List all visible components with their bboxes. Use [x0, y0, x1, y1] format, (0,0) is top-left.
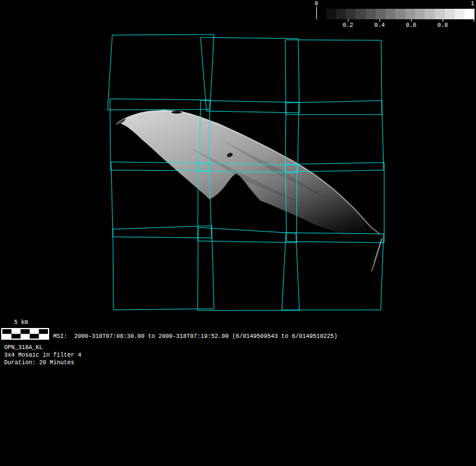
mosaic-frame	[108, 34, 214, 110]
viewport: 0 1 0.2 0.4 0.6 0.8 5 km MSI: 2000-318T0…	[0, 0, 476, 466]
colorbar-min-label: 0	[315, 1, 318, 7]
colorbar-tick-label: 0.2	[343, 22, 353, 29]
colorbar-tick-label: 0.4	[374, 22, 385, 29]
observation-id: OPN_318A_KL	[4, 344, 43, 351]
colorbar-max-label: 1	[471, 1, 474, 7]
mosaic-description: 3x4 Mosaic in filter 4	[4, 352, 81, 358]
duration-line: Duration: 20 Minutes	[4, 360, 74, 366]
colorbar	[316, 6, 475, 22]
colorbar-gradient	[316, 9, 475, 19]
mosaic-frame	[285, 101, 384, 172]
asteroid-image	[115, 110, 384, 275]
mosaic-frame	[113, 226, 214, 310]
status-line: MSI: 2000-318T07:08:30.00 to 2000-318T07…	[53, 333, 337, 340]
scalebar-label: 5 km	[14, 319, 28, 326]
colorbar-tick-label: 0.6	[406, 22, 416, 29]
mosaic-frame	[285, 40, 382, 115]
scene	[0, 0, 476, 466]
scalebar-checker	[1, 328, 49, 340]
colorbar-tick-label: 0.8	[437, 22, 448, 29]
